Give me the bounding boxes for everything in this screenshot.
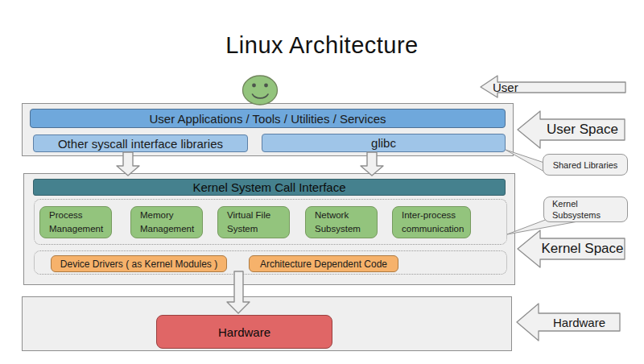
other-syscall-libraries-box: Other syscall interface libraries [33, 134, 248, 152]
hardware-box: Hardware [156, 315, 332, 349]
user-arrow-label: User [493, 80, 541, 95]
subsystem-box-process-management: Process Management [39, 206, 112, 238]
user-space-arrow-label: User Space [540, 119, 625, 140]
linux-architecture-diagram: Linux Architecture User Applications / T… [0, 0, 644, 364]
kernel-syscall-interface-bar: Kernel System Call Interface [33, 179, 506, 196]
hardware-section: Hardware [22, 296, 512, 351]
glibc-box: glibc [262, 134, 506, 152]
page-title: Linux Architecture [0, 32, 644, 59]
subsystem-box-network-subsystem: Network Subsystem [305, 206, 378, 238]
kernel-section: Kernel System Call Interface Process Man… [23, 173, 515, 285]
user-smiley-icon [243, 76, 278, 105]
shared-libraries-callout: Shared Libraries [543, 154, 628, 176]
architecture-dependent-code-box: Architecture Dependent Code [249, 255, 398, 272]
device-drivers-box: Device Drivers ( as Kernel Modules ) [51, 255, 227, 272]
user-space-section: User Applications / Tools / Utilities / … [22, 103, 514, 156]
kernel-space-arrow-label: Kernel Space [540, 238, 625, 259]
hardware-arrow-label: Hardware [539, 313, 620, 331]
user-applications-bar: User Applications / Tools / Utilities / … [30, 109, 506, 128]
kernel-subsystems-region: Process Management Memory Management Vir… [34, 199, 507, 245]
kernel-modules-region: Device Drivers ( as Kernel Modules ) Arc… [34, 250, 507, 275]
kernel-subsystems-callout: Kernel Subsystems [543, 196, 628, 222]
subsystem-box-memory-management: Memory Management [130, 206, 203, 238]
subsystem-box-virtual-file-system: Virtual File System [217, 206, 290, 238]
subsystem-box-interprocess-communication: Inter-process communication [392, 206, 471, 238]
